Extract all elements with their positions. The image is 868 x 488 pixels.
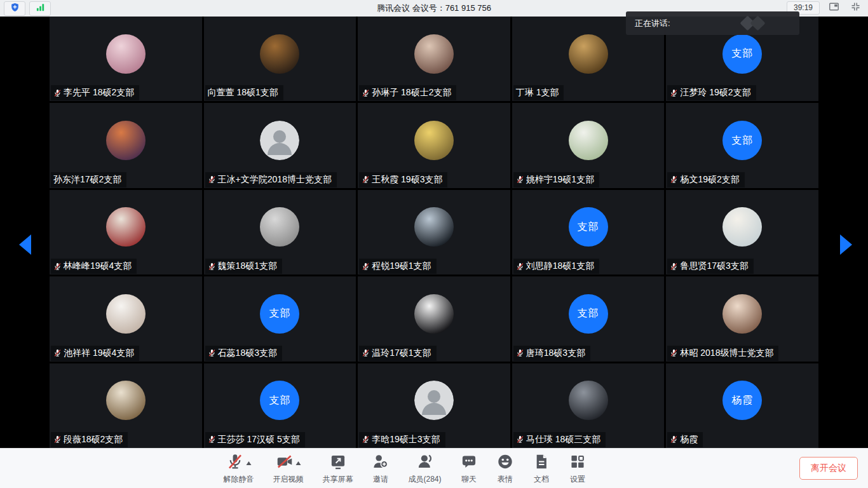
settings-icon bbox=[569, 453, 587, 473]
bottom-toolbar: 解除静音开启视频共享屏幕邀请成员(284)聊天表情文档设置 离开会议 bbox=[0, 448, 868, 488]
avatar-photo bbox=[106, 34, 146, 74]
participant-name: 马仕瑛 18硕三支部 bbox=[526, 434, 600, 445]
avatar-photo bbox=[260, 34, 299, 74]
avatar-badge: 支部 bbox=[722, 121, 762, 160]
participant-tile[interactable]: 支部杨文19硕2支部 bbox=[666, 103, 818, 187]
camera-off-icon bbox=[276, 453, 293, 473]
avatar-photo bbox=[106, 121, 146, 160]
meeting-logo-watermark bbox=[737, 16, 775, 31]
participant-tile[interactable]: 魏策18硕1支部 bbox=[204, 190, 356, 274]
participant-name-tag: 孙东洋17硕2支部 bbox=[51, 172, 126, 187]
participant-tile[interactable]: 池祥祥 19硕4支部 bbox=[50, 276, 202, 361]
toolbar-item-label: 共享屏幕 bbox=[322, 474, 353, 485]
participant-name: 程锐19硕1支部 bbox=[372, 261, 431, 272]
participant-tile[interactable]: 支部王莎莎 17汉硕 5支部 bbox=[204, 363, 356, 448]
participant-tile[interactable]: 杨霞杨霞 bbox=[666, 363, 818, 448]
participant-name-tag: 李先平 18硕2支部 bbox=[51, 85, 139, 100]
mic-muted-icon bbox=[53, 435, 62, 444]
caret-up-icon[interactable] bbox=[246, 461, 251, 465]
participant-tile[interactable]: 林昭 2018级博士党支部 bbox=[666, 276, 818, 361]
participant-name-tag: 鲁思贤17硕3支部 bbox=[667, 259, 753, 274]
toolbar-mic-off-button[interactable]: 解除静音 bbox=[223, 453, 254, 485]
participant-tile[interactable]: 鲁思贤17硕3支部 bbox=[666, 190, 818, 274]
participant-tile[interactable]: 林峰峰19硕4支部 bbox=[50, 190, 202, 274]
participant-tile[interactable]: 向萱萱 18硕1支部 bbox=[204, 17, 356, 101]
mic-muted-icon bbox=[208, 262, 216, 271]
participant-name-tag: 唐琦18硕3支部 bbox=[513, 346, 590, 361]
mic-muted-icon bbox=[362, 349, 370, 357]
speaking-label: 正在讲话: bbox=[635, 18, 670, 29]
participant-tile[interactable]: 李先平 18硕2支部 bbox=[50, 17, 202, 101]
prev-page-arrow[interactable] bbox=[19, 234, 31, 255]
participant-name-tag: 林峰峰19硕4支部 bbox=[51, 259, 137, 274]
participant-tile[interactable]: 孙琳子 18硕士2支部 bbox=[358, 17, 510, 101]
mic-muted-icon bbox=[516, 349, 524, 357]
participant-name-tag: 马仕瑛 18硕三支部 bbox=[513, 432, 606, 447]
participant-name: 段薇18硕2支部 bbox=[64, 434, 123, 445]
participant-tile[interactable]: 程锐19硕1支部 bbox=[358, 190, 510, 274]
participant-tile[interactable]: 温玲17硕1支部 bbox=[358, 276, 510, 361]
participant-name: 王冰+文学院2018博士党支部 bbox=[218, 174, 332, 186]
docs-icon bbox=[533, 453, 550, 473]
mic-muted-icon bbox=[670, 435, 678, 444]
pip-mode-icon bbox=[829, 1, 839, 15]
participant-name-tag: 王冰+文学院2018博士党支部 bbox=[205, 172, 337, 187]
participant-tile[interactable]: 姚梓宇19硕1支部 bbox=[512, 103, 665, 187]
avatar-badge: 杨霞 bbox=[722, 381, 762, 420]
participant-tile[interactable]: 支部刘思静18硕1支部 bbox=[512, 190, 665, 274]
avatar-default-person bbox=[414, 381, 454, 420]
toolbar-emoji-button[interactable]: 表情 bbox=[497, 453, 514, 485]
toolbar-camera-off-button[interactable]: 开启视频 bbox=[273, 453, 303, 485]
participant-tile[interactable]: 支部唐琦18硕3支部 bbox=[512, 276, 665, 361]
next-page-arrow[interactable] bbox=[840, 234, 852, 255]
network-signal-button[interactable] bbox=[29, 1, 51, 16]
avatar-photo bbox=[106, 207, 146, 247]
mic-muted-icon bbox=[670, 262, 678, 271]
participant-name-tag: 温玲17硕1支部 bbox=[359, 346, 436, 361]
avatar-badge: 支部 bbox=[260, 381, 299, 420]
exit-fullscreen-button[interactable] bbox=[848, 1, 863, 15]
participant-name-tag: 王莎莎 17汉硕 5支部 bbox=[205, 432, 305, 447]
participant-name-tag: 林昭 2018级博士党支部 bbox=[667, 346, 778, 361]
participant-name: 林昭 2018级博士党支部 bbox=[680, 348, 773, 359]
participant-name: 温玲17硕1支部 bbox=[372, 348, 431, 359]
toolbar-settings-button[interactable]: 设置 bbox=[569, 453, 587, 485]
mic-muted-icon bbox=[516, 175, 524, 184]
participant-name: 唐琦18硕3支部 bbox=[526, 348, 585, 359]
participant-tile[interactable]: 段薇18硕2支部 bbox=[50, 363, 202, 448]
leave-meeting-button[interactable]: 离开会议 bbox=[799, 457, 858, 480]
participant-name-tag: 池祥祥 19硕4支部 bbox=[51, 346, 139, 361]
avatar-photo bbox=[106, 381, 146, 420]
toolbar-members-button[interactable]: 成员(284) bbox=[408, 453, 441, 485]
participant-name: 李晗19硕士3支部 bbox=[372, 434, 440, 445]
chat-icon bbox=[461, 453, 478, 473]
participant-name: 林峰峰19硕4支部 bbox=[64, 261, 132, 272]
toolbar-share-screen-button[interactable]: 共享屏幕 bbox=[322, 453, 353, 485]
avatar-photo bbox=[569, 381, 608, 420]
participant-name: 孙东洋17硕2支部 bbox=[53, 174, 121, 186]
pip-mode-button[interactable] bbox=[826, 1, 841, 15]
participant-name: 鲁思贤17硕3支部 bbox=[680, 261, 748, 272]
avatar-photo bbox=[414, 121, 454, 160]
participant-tile[interactable]: 李晗19硕士3支部 bbox=[358, 363, 510, 448]
toolbar-chat-button[interactable]: 聊天 bbox=[461, 453, 478, 485]
participant-tile[interactable]: 王秋霞 19硕3支部 bbox=[358, 103, 510, 187]
mic-muted-icon bbox=[53, 89, 62, 97]
toolbar-item-label: 开启视频 bbox=[273, 474, 303, 485]
participant-tile[interactable]: 支部石蕊18硕3支部 bbox=[204, 276, 356, 361]
security-shield-button[interactable] bbox=[4, 1, 25, 16]
toolbar-docs-button[interactable]: 文档 bbox=[533, 453, 550, 485]
avatar-photo bbox=[569, 34, 608, 74]
participant-tile[interactable]: 孙东洋17硕2支部 bbox=[50, 103, 202, 187]
caret-up-icon[interactable] bbox=[295, 461, 301, 465]
participant-name: 杨霞 bbox=[680, 434, 698, 445]
participant-tile[interactable]: 王冰+文学院2018博士党支部 bbox=[204, 103, 356, 187]
participant-name: 姚梓宇19硕1支部 bbox=[526, 174, 594, 186]
participant-tile[interactable]: 马仕瑛 18硕三支部 bbox=[512, 363, 665, 448]
mic-muted-icon bbox=[362, 435, 370, 444]
participant-name-tag: 石蕊18硕3支部 bbox=[205, 346, 282, 361]
toolbar-invite-button[interactable]: 邀请 bbox=[372, 453, 389, 485]
participant-name: 汪梦玲 19硕2支部 bbox=[680, 87, 750, 98]
mic-off-icon bbox=[226, 453, 243, 473]
mic-muted-icon bbox=[670, 175, 678, 184]
